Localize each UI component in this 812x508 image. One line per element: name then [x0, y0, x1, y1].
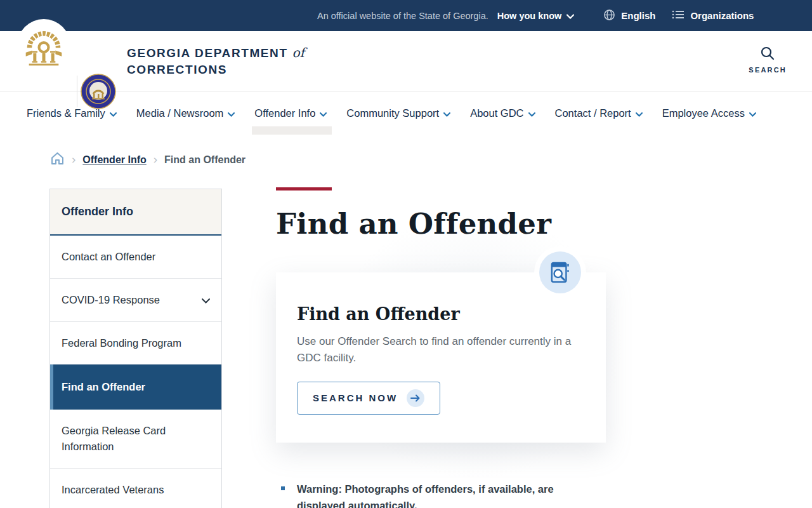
- language-label: English: [621, 10, 655, 21]
- breadcrumb-offender-info-link[interactable]: Offender Info: [82, 154, 146, 166]
- nav-about-gdc[interactable]: About GDC: [469, 107, 536, 123]
- main-navigation: Friends & Family Media / Newsroom Offend…: [0, 92, 812, 143]
- warning-item: Warning: Photographs of offenders, if av…: [276, 481, 568, 508]
- page-main: Find an Offender Find an Offender Use ou…: [276, 187, 606, 508]
- card-description: Use our Offender Search to find an offen…: [297, 333, 582, 367]
- document-search-icon: [539, 251, 581, 293]
- nav-media-newsroom[interactable]: Media / Newsroom: [135, 107, 237, 123]
- notes-list: Warning: Photographs of offenders, if av…: [276, 481, 606, 508]
- header-search-button[interactable]: SEARCH: [749, 45, 787, 74]
- content-area: › Offender Info › Find an Offender Offen…: [0, 143, 812, 508]
- how-you-know-button[interactable]: How you know: [497, 11, 575, 21]
- find-offender-card: Find an Offender Use our Offender Search…: [276, 272, 606, 443]
- official-website-text: An official website of the State of Geor…: [317, 11, 488, 21]
- breadcrumb-current-page: Find an Offender: [164, 154, 246, 166]
- chevron-down-icon: [202, 292, 210, 308]
- breadcrumb: › Offender Info › Find an Offender: [50, 152, 246, 168]
- sidebar-item-incarcerated-veterans[interactable]: Incarcerated Veterans: [50, 469, 221, 508]
- title-accent-bar: [276, 187, 332, 190]
- agency-name-line2: CORRECTIONS: [127, 63, 304, 77]
- chevron-down-icon: [636, 107, 643, 119]
- search-now-button[interactable]: SEARCH NOW: [297, 382, 440, 415]
- breadcrumb-separator: ›: [72, 153, 75, 166]
- sidebar-title: Offender Info: [50, 189, 221, 236]
- card-title: Find an Offender: [297, 304, 585, 324]
- sidebar-item-contact-an-offender[interactable]: Contact an Offender: [50, 236, 221, 279]
- chevron-down-icon: [528, 107, 535, 119]
- sidebar-item-find-an-offender[interactable]: Find an Offender: [50, 364, 221, 410]
- search-label: SEARCH: [749, 66, 787, 74]
- agency-title[interactable]: GEORGIA DEPARTMENT of CORRECTIONS: [127, 45, 304, 77]
- home-icon[interactable]: [50, 152, 65, 168]
- page-title: Find an Offender: [276, 207, 606, 241]
- sidebar-item-georgia-release-card[interactable]: Georgia Release Card Information: [50, 410, 221, 469]
- chevron-down-icon: [443, 107, 450, 119]
- site-header: GEORGIA DEPARTMENT of CORRECTIONS SEARCH: [0, 31, 812, 92]
- arrow-right-icon: [407, 389, 424, 407]
- breadcrumb-separator: ›: [154, 153, 157, 166]
- logo-divider: [77, 76, 77, 107]
- chevron-down-icon: [566, 11, 574, 21]
- agency-of: of: [292, 45, 304, 60]
- nav-employee-access[interactable]: Employee Access: [661, 107, 757, 123]
- agency-name-line1: GEORGIA DEPARTMENT: [127, 46, 288, 60]
- nav-friends-family[interactable]: Friends & Family: [25, 107, 118, 123]
- search-icon: [759, 45, 776, 63]
- chevron-down-icon: [749, 107, 756, 119]
- language-selector[interactable]: English: [603, 9, 655, 23]
- nav-community-support[interactable]: Community Support: [345, 107, 452, 123]
- chevron-down-icon: [228, 107, 235, 119]
- globe-icon: [603, 9, 615, 23]
- sidebar-item-federal-bonding-program[interactable]: Federal Bonding Program: [50, 322, 221, 365]
- nav-contact-report[interactable]: Contact / Report: [554, 107, 644, 123]
- search-now-label: SEARCH NOW: [313, 392, 398, 403]
- organizations-link[interactable]: Organizations: [672, 10, 754, 22]
- list-icon: [672, 10, 684, 22]
- nav-offender-info[interactable]: Offender Info: [253, 107, 328, 123]
- official-banner: An official website of the State of Geor…: [0, 0, 812, 31]
- section-sidebar: Offender Info Contact an Offender COVID-…: [49, 189, 222, 508]
- georgia-arch-logo[interactable]: [17, 19, 70, 72]
- chevron-down-icon: [320, 107, 327, 119]
- gdc-seal-logo: [81, 74, 116, 109]
- organizations-label: Organizations: [690, 10, 754, 21]
- chevron-down-icon: [110, 107, 117, 119]
- how-you-know-label: How you know: [497, 11, 562, 21]
- sidebar-item-covid-19-response[interactable]: COVID-19 Response: [50, 279, 221, 322]
